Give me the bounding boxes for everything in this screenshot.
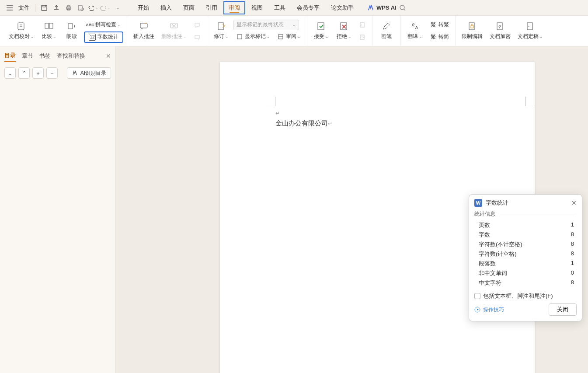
word-count-dialog: W 字数统计 ✕ 统计信息 页数1 字数8 字符数(不计空格)8 字符数(计空格… [469,194,582,321]
prev-comment-button[interactable] [191,19,203,31]
to-simplified-button[interactable]: 繁转简 [427,31,452,43]
print-icon[interactable] [63,3,74,13]
topbar: 文件 ⌄ ⌄ ⌄ 开始 插入 页面 引用 审阅 视图 工具 会员专享 论文助手 … [0,0,588,16]
svg-rect-3 [67,6,70,7]
menu-tabs: 开始 插入 页面 引用 审阅 视图 工具 会员专享 论文助手 [132,1,359,14]
sp-tab-toc[interactable]: 目录 [4,50,16,62]
document-body[interactable]: ↵ 金山办公有限公司↵ [275,108,332,129]
stat-row: 字符数(计空格)8 [474,249,577,259]
checkbox-icon[interactable] [474,293,480,299]
reject-button[interactable]: 拒绝⌄ [334,18,355,44]
tab-review[interactable]: 审阅 [223,1,245,14]
undo-icon[interactable]: ⌄ [88,3,98,13]
stats-list: 页数1 字数8 字符数(不计空格)8 字符数(计空格)8 段落数1 非中文单词0… [474,220,577,288]
tab-thesis[interactable]: 论文助手 [326,1,359,14]
svg-rect-24 [471,26,473,28]
svg-rect-16 [218,23,223,30]
tab-start[interactable]: 开始 [132,1,154,14]
markup-display-select[interactable]: 显示标记的最终状态⌄ [233,20,299,30]
compare-button[interactable]: 比较⌄ [38,18,59,44]
ai-toc-button[interactable]: AI识别目录 [67,67,111,79]
side-panel: 目录 章节 书签 查找和替换 ✕ ⌄ ⌃ + − AI识别目录 [0,46,116,373]
review-pane-button[interactable]: 审阅⌄ [275,31,303,42]
stat-row: 中文字符8 [474,278,577,288]
stat-row: 段落数1 [474,259,577,268]
play-icon [474,307,480,313]
accept-button[interactable]: 接受⌄ [311,18,332,44]
next-comment-button[interactable] [191,31,203,43]
next-change-button[interactable] [356,31,369,43]
encrypt-button[interactable]: 文档加密 [487,18,513,44]
svg-rect-27 [527,23,532,30]
search-icon[interactable] [399,4,406,11]
side-panel-close-icon[interactable]: ✕ [106,52,111,59]
redo-icon[interactable]: ⌄ [100,3,111,13]
tab-member[interactable]: 会员专享 [292,1,325,14]
tab-tools[interactable]: 工具 [269,1,291,14]
svg-rect-21 [360,23,364,27]
tab-reference[interactable]: 引用 [201,1,223,14]
stats-section-label: 统计信息 [474,210,577,218]
stat-row: 非中文单词0 [474,268,577,278]
wps-ai[interactable]: WPS AI [368,4,406,11]
menu-icon[interactable] [4,3,15,13]
restrict-edit-button[interactable]: 限制编辑 [459,18,485,44]
collapse-down-icon[interactable]: ⌄ [4,67,16,79]
remove-icon[interactable]: − [46,67,58,79]
svg-rect-11 [68,24,73,29]
svg-rect-19 [318,23,324,30]
ribbon: 文档校对⌄ 比较⌄ 朗读 ABC拼写检查⌄ 12字数统计 插入批注 删除批注⌄ … [0,16,588,46]
tips-link[interactable]: 操作技巧 [474,306,504,314]
more-icon[interactable]: ⌄ [112,3,123,13]
insert-comment-button[interactable]: 插入批注 [131,18,157,44]
doc-compare-button[interactable]: 文档校对⌄ [6,18,37,44]
tab-page[interactable]: 页面 [178,1,200,14]
wpsai-logo-icon [368,5,374,11]
prev-change-button[interactable] [356,19,369,31]
svg-rect-0 [42,5,47,10]
word-app-icon: W [474,199,482,207]
svg-rect-17 [237,35,242,39]
delete-comment-button[interactable]: 删除批注⌄ [159,18,189,44]
collapse-up-icon[interactable]: ⌃ [18,67,30,79]
margin-corner-tl [266,97,275,106]
sp-tab-bookmark[interactable]: 书签 [39,50,51,62]
margin-corner-tr [525,97,535,106]
svg-rect-14 [195,23,199,26]
tab-view[interactable]: 视图 [246,1,268,14]
finalize-button[interactable]: 文档定稿⌄ [515,18,546,44]
stat-row: 字数8 [474,230,577,240]
svg-point-7 [400,5,404,10]
ai-icon [72,70,78,76]
dialog-close-button[interactable]: 关闭 [549,303,577,316]
dialog-title: 字数统计 [486,199,508,207]
spellcheck-button[interactable]: ABC拼写检查⌄ [84,19,123,31]
svg-rect-15 [195,35,199,38]
dialog-close-icon[interactable]: ✕ [571,199,577,206]
svg-rect-10 [49,23,53,28]
stat-row: 页数1 [474,220,577,230]
sp-tab-chapter[interactable]: 章节 [22,50,33,62]
save-icon[interactable] [39,3,49,13]
track-changes-button[interactable]: 修订⌄ [211,18,232,44]
pen-button[interactable]: 画笔 [376,18,397,44]
word-count-button[interactable]: 12字数统计 [84,31,123,43]
to-traditional-button[interactable]: 繁转繁 [427,19,452,31]
tab-insert[interactable]: 插入 [155,1,177,14]
sp-tab-find[interactable]: 查找和替换 [57,50,85,62]
document-canvas[interactable]: ↵ 金山办公有限公司↵ W 字数统计 ✕ 统计信息 页数1 字数8 字符数(不计… [116,46,588,373]
show-markup-button[interactable]: 显示标记⌄ [233,31,273,42]
svg-point-26 [499,25,501,27]
add-icon[interactable]: + [32,67,44,79]
translate-button[interactable]: 翻译⌄ [404,18,425,44]
read-aloud-button[interactable]: 朗读 [61,18,82,44]
svg-rect-8 [18,23,24,30]
svg-rect-9 [45,23,49,28]
svg-rect-25 [497,23,502,30]
stat-row: 字符数(不计空格)8 [474,240,577,249]
file-menu[interactable]: 文件 [18,4,30,12]
preview-icon[interactable] [76,3,86,13]
export-icon[interactable] [51,3,62,13]
include-textbox-checkbox[interactable]: 包括文本框、脚注和尾注(F) [474,292,577,300]
svg-rect-12 [140,23,147,28]
